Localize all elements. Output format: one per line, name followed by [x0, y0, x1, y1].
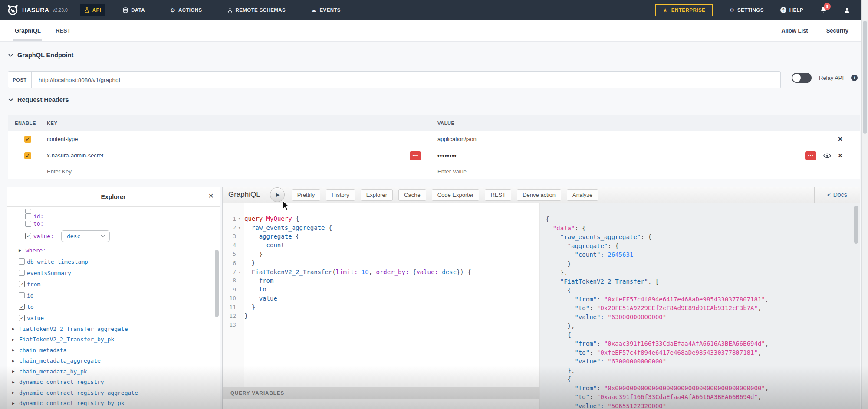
nav-item-actions[interactable]: ⚙ACTIONS	[166, 4, 207, 16]
node-label[interactable]: where:	[26, 247, 46, 254]
nav-item-events[interactable]: ☁EVENTS	[306, 4, 345, 16]
headers-section-toggle[interactable]: Request Headers	[8, 96, 69, 103]
fold-arrow-icon[interactable]: ▾	[238, 226, 244, 230]
expand-arrow-icon[interactable]: ▶	[12, 359, 17, 363]
close-icon[interactable]: ×	[208, 191, 214, 200]
admin-secret-icon[interactable]: •••	[805, 151, 816, 160]
question-icon: ?	[780, 7, 786, 13]
node-label[interactable]: eventsSummary	[27, 270, 71, 276]
endpoint-url-input[interactable]	[32, 72, 780, 88]
notifications-button[interactable]: 8	[820, 7, 827, 14]
relay-api-toggle[interactable]	[792, 73, 812, 83]
admin-secret-icon[interactable]: •••	[410, 151, 421, 160]
enterprise-button[interactable]: ★ ENTERPRISE	[655, 4, 713, 16]
field-checkbox[interactable]: ✓	[19, 304, 25, 310]
help-button[interactable]: ? HELP	[780, 7, 803, 13]
prettify-button[interactable]: Prettify	[292, 189, 320, 201]
remove-header-icon[interactable]: ×	[838, 152, 842, 159]
node-label[interactable]: from	[27, 281, 40, 288]
tab-rest[interactable]: REST	[54, 20, 72, 41]
expand-arrow-icon[interactable]: ▶	[12, 348, 17, 352]
field-checkbox[interactable]	[25, 221, 31, 227]
field-checkbox[interactable]: ✓	[25, 233, 31, 239]
node-label[interactable]: chain_metadata	[19, 347, 67, 353]
top-nav: HASURA v2.23.0 APIDATA⚙ACTIONSREMOTE SCH…	[0, 0, 861, 20]
expand-arrow-icon[interactable]: ▶	[12, 401, 17, 406]
expand-arrow-icon[interactable]: ▶	[12, 327, 17, 331]
history-button[interactable]: History	[326, 189, 355, 201]
nav-item-remote-schemas[interactable]: REMOTE SCHEMAS	[223, 4, 290, 16]
new-header-value-input[interactable]	[437, 168, 818, 175]
execute-query-button[interactable]: ▶	[270, 187, 285, 202]
node-label[interactable]: value:	[33, 233, 54, 239]
field-checkbox[interactable]: ✓	[19, 315, 25, 321]
nav-item-api[interactable]: API	[80, 4, 105, 16]
header-enabled-checkbox[interactable]: ✓	[24, 136, 31, 143]
order-direction-select[interactable]: desc	[61, 230, 110, 242]
tab-graphiql[interactable]: GraphiQL	[13, 20, 42, 41]
info-icon[interactable]: i	[851, 75, 858, 81]
fold-arrow-icon[interactable]: ▾	[238, 270, 244, 274]
expand-arrow-icon[interactable]: ▶	[12, 369, 17, 373]
expand-arrow-icon[interactable]: ▶	[12, 337, 17, 342]
field-checkbox[interactable]	[25, 213, 31, 219]
header-value-masked[interactable]: ••••••••	[437, 152, 457, 159]
security-link[interactable]: Security	[826, 27, 848, 34]
node-label[interactable]: FiatTokenV2_2_Transfer_aggregate	[19, 326, 128, 332]
expand-arrow-icon[interactable]: ▶	[12, 390, 17, 395]
header-value[interactable]: application/json	[437, 136, 477, 142]
rest-button[interactable]: REST	[485, 189, 511, 201]
endpoint-section-toggle[interactable]: GraphQL Endpoint	[8, 52, 73, 59]
user-icon	[844, 7, 850, 13]
node-label[interactable]: chain_metadata_aggregate	[19, 357, 101, 364]
user-menu-button[interactable]	[844, 7, 850, 13]
fold-arrow-icon[interactable]: ▾	[238, 216, 244, 221]
expand-arrow-icon[interactable]: ▶	[19, 248, 23, 252]
node-label[interactable]: FiatTokenV2_2_Transfer_by_pk	[19, 336, 114, 343]
nav-item-data[interactable]: DATA	[118, 4, 149, 16]
new-header-key-input[interactable]	[47, 168, 390, 175]
node-label[interactable]: value	[27, 315, 44, 321]
query-variables-bar[interactable]: QUERY VARIABLES	[223, 387, 539, 399]
response-scrollbar[interactable]	[854, 206, 858, 244]
analyze-button[interactable]: Analyze	[567, 189, 598, 201]
field-checkbox[interactable]	[19, 270, 25, 276]
explorer-button[interactable]: Explorer	[361, 189, 393, 201]
query-variables-editor[interactable]	[223, 399, 539, 409]
page-scrollbar[interactable]	[861, 0, 868, 409]
field-checkbox[interactable]	[25, 209, 31, 213]
header-enabled-checkbox[interactable]: ✓	[24, 152, 31, 159]
node-label[interactable]: db_write_timestamp	[27, 258, 88, 265]
field-checkbox[interactable]: ✓	[19, 281, 25, 287]
cache-button[interactable]: Cache	[398, 189, 426, 201]
explorer-node-partial	[7, 207, 214, 213]
allow-list-link[interactable]: Allow List	[781, 27, 808, 34]
nav-right: ★ ENTERPRISE ⚙ SETTINGS ? HELP 8	[655, 4, 850, 16]
explorer-scrollbar[interactable]	[215, 250, 219, 317]
field-checkbox[interactable]	[19, 258, 25, 265]
node-label[interactable]: dynamic_contract_registry_aggregate	[19, 389, 138, 396]
query-editor[interactable]: 1▾query MyQuery {2▾ raw_events_aggregate…	[223, 203, 539, 409]
reveal-eye-icon[interactable]	[823, 153, 831, 158]
node-label[interactable]: to:	[33, 220, 43, 227]
expand-arrow-icon[interactable]: ▶	[12, 380, 17, 384]
query-line: 12}	[223, 311, 539, 320]
code-exporter-button[interactable]: Code Exporter	[432, 189, 480, 201]
header-key[interactable]: x-hasura-admin-secret	[47, 152, 103, 159]
node-label[interactable]: id	[27, 292, 34, 299]
page-scrollbar-thumb[interactable]	[863, 21, 867, 134]
node-label[interactable]: to	[27, 304, 34, 310]
header-key[interactable]: content-type	[47, 136, 78, 142]
derive-action-button[interactable]: Derive action	[517, 189, 561, 201]
node-label[interactable]: chain_metadata_by_pk	[19, 368, 87, 375]
brand[interactable]: HASURA v2.23.0	[7, 4, 68, 16]
node-label[interactable]: id:	[33, 213, 43, 219]
remove-header-icon[interactable]: ×	[838, 135, 842, 143]
settings-button[interactable]: ⚙ SETTINGS	[730, 7, 763, 13]
endpoint-section-title: GraphQL Endpoint	[17, 52, 73, 59]
node-label[interactable]: dynamic_contract_registry	[19, 379, 104, 385]
docs-button[interactable]: < Docs	[814, 187, 860, 203]
node-label[interactable]: dynamic_contract_registry_by_pk	[19, 400, 125, 406]
field-checkbox[interactable]	[19, 292, 25, 298]
query-line: 7▾ FiatTokenV2_2_Transfer(limit: 10, ord…	[223, 267, 539, 276]
